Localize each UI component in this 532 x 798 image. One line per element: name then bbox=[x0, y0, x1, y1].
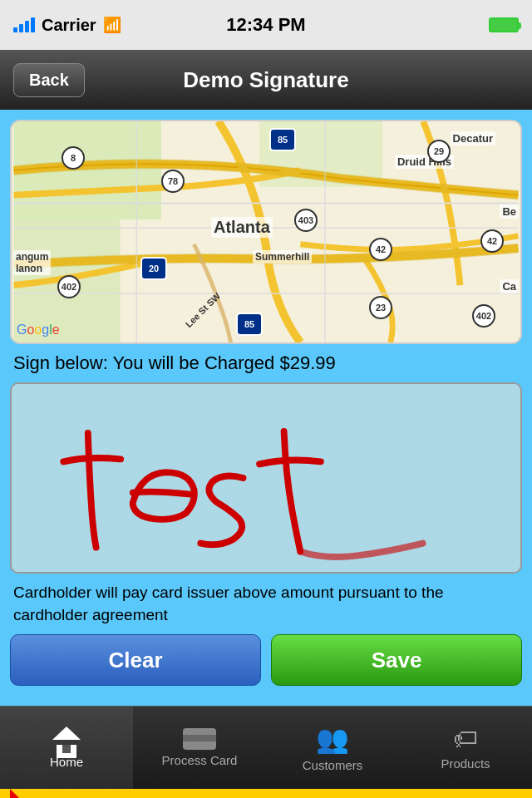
rt78-badge: 78 bbox=[161, 170, 185, 193]
bottom-banner: Sign the email receipt on the screen bbox=[0, 789, 532, 798]
rt403-badge: 403 bbox=[294, 209, 318, 232]
status-bar: Carrier 📶 12:34 PM bbox=[0, 0, 532, 50]
rt29-badge: 29 bbox=[427, 140, 451, 163]
map-city-label: Atlanta bbox=[211, 217, 273, 238]
button-row: Clear Save bbox=[10, 631, 522, 696]
wifi-icon: 📶 bbox=[103, 16, 121, 34]
tab-process-card[interactable]: Process Card bbox=[133, 707, 266, 789]
map-container: Atlanta Decatur Druid Hills Summerhill B… bbox=[10, 120, 522, 344]
i85-bottom-badge: 85 bbox=[236, 313, 263, 336]
status-right bbox=[489, 17, 519, 32]
charge-text: Sign below: You will be Charged $29.99 bbox=[10, 344, 522, 382]
signature-area[interactable] bbox=[10, 382, 522, 574]
map-summerhill-label: Summerhill bbox=[253, 250, 312, 264]
tab-customers[interactable]: 👥 Customers bbox=[266, 707, 399, 789]
signal-bars-icon bbox=[13, 17, 35, 32]
battery-icon bbox=[489, 17, 519, 32]
rt402-right-badge: 402 bbox=[472, 304, 495, 328]
nav-bar: Back Demo Signature bbox=[0, 50, 532, 110]
rt8-badge: 8 bbox=[62, 146, 85, 170]
carrier-label: Carrier bbox=[42, 16, 96, 35]
status-left: Carrier 📶 bbox=[13, 16, 121, 35]
tab-products-label: Products bbox=[441, 756, 490, 771]
i20-badge: 20 bbox=[140, 257, 167, 280]
people-icon: 👥 bbox=[316, 723, 349, 755]
map-ca-label: Ca bbox=[500, 279, 519, 293]
tab-customers-label: Customers bbox=[303, 758, 363, 772]
tab-process-card-label: Process Card bbox=[162, 753, 238, 767]
rt402-left-badge: 402 bbox=[57, 275, 81, 298]
main-content: Atlanta Decatur Druid Hills Summerhill B… bbox=[0, 110, 532, 706]
tab-home[interactable]: Home bbox=[0, 707, 133, 789]
map-decatur-label: Decatur bbox=[451, 131, 495, 145]
clear-button[interactable]: Clear bbox=[10, 634, 261, 686]
back-button[interactable]: Back bbox=[13, 63, 85, 97]
save-button[interactable]: Save bbox=[271, 634, 522, 686]
tab-bar: Home Process Card 👥 Customers 🏷 Products bbox=[0, 706, 532, 789]
credit-card-icon bbox=[183, 728, 216, 750]
google-watermark: Google bbox=[17, 323, 60, 337]
rt42-mid-badge: 42 bbox=[369, 238, 392, 261]
banner-arrow-icon bbox=[10, 789, 47, 798]
rt23-badge: 23 bbox=[369, 296, 392, 319]
tab-products[interactable]: 🏷 Products bbox=[399, 707, 532, 789]
tag-icon: 🏷 bbox=[453, 725, 478, 753]
status-time: 12:34 PM bbox=[226, 14, 305, 36]
rt42-right-badge: 42 bbox=[480, 229, 504, 253]
nav-title: Demo Signature bbox=[183, 67, 348, 93]
disclaimer-text: Cardholder will pay card issuer above am… bbox=[10, 574, 522, 631]
signature-svg bbox=[12, 384, 520, 572]
home-icon bbox=[52, 727, 81, 751]
map-bel-label: Be bbox=[500, 204, 519, 219]
i85-top-badge: 85 bbox=[269, 128, 296, 151]
map-angum-label: angumlanon bbox=[13, 250, 51, 275]
map-background: Atlanta Decatur Druid Hills Summerhill B… bbox=[12, 121, 520, 342]
